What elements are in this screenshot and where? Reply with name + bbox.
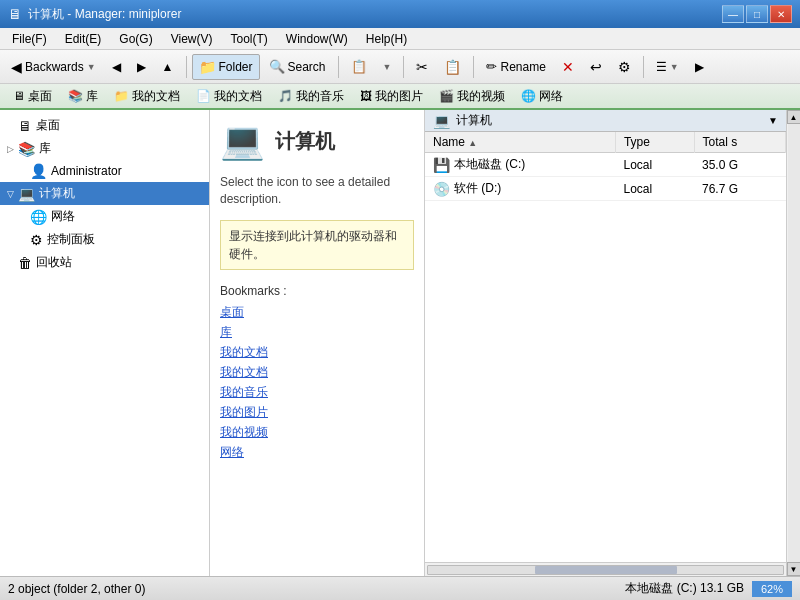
maximize-button[interactable]: □ [746, 5, 768, 23]
content-bookmark-desktop[interactable]: 桌面 [220, 304, 414, 321]
bookmark-myvideo[interactable]: 🎬 我的视频 [432, 85, 512, 108]
library-tree-icon: 📚 [18, 141, 35, 157]
recycle-tree-icon: 🗑 [18, 255, 32, 271]
sidebar-item-computer[interactable]: ▽ 💻 计算机 [0, 182, 209, 205]
bookmark-library[interactable]: 📚 库 [61, 85, 105, 108]
paste-button[interactable]: 📋 [437, 54, 468, 80]
up-arrow-icon: ▲ [162, 60, 174, 74]
content-bookmark-network[interactable]: 网络 [220, 444, 414, 461]
expand-computer-icon: ▽ [4, 189, 16, 199]
bookmark-mydocs2-label: 我的文档 [214, 88, 262, 105]
status-drive-info: 本地磁盘 (C:) 13.1 GB 62% [625, 580, 792, 597]
horizontal-scrollbar[interactable] [425, 562, 786, 576]
bookmark-mypics[interactable]: 🖼 我的图片 [353, 85, 430, 108]
menu-help[interactable]: Help(H) [358, 30, 415, 48]
backwards-button[interactable]: ◀ Backwards ▼ [4, 54, 103, 80]
path-dropdown-button[interactable]: ▼ [376, 54, 399, 80]
admin-tree-icon: 👤 [30, 163, 47, 179]
toolbar-sep-5 [643, 56, 644, 78]
content-bookmark-myvideo[interactable]: 我的视频 [220, 424, 414, 441]
search-button[interactable]: 🔍 Search [262, 54, 333, 80]
desktop-bookmark-icon: 🖥 [13, 89, 25, 103]
horizontal-scroll-track[interactable] [427, 565, 784, 575]
col-size[interactable]: Total s [694, 132, 785, 153]
view-options-dropdown-icon: ▼ [670, 62, 679, 72]
bookmark-library-label: 库 [86, 88, 98, 105]
bookmarks-bar: 🖥 桌面 📚 库 📁 我的文档 📄 我的文档 🎵 我的音乐 🖼 我的图片 🎬 我… [0, 84, 800, 110]
location-path: 计算机 [456, 112, 492, 129]
menu-view[interactable]: View(V) [163, 30, 221, 48]
vscroll-down-button[interactable]: ▼ [787, 562, 801, 576]
bookmark-network[interactable]: 🌐 网络 [514, 85, 570, 108]
bookmark-desktop[interactable]: 🖥 桌面 [6, 85, 59, 108]
content-bookmark-mypics[interactable]: 我的图片 [220, 404, 414, 421]
sidebar-item-administrator[interactable]: 👤 Administrator [0, 160, 209, 182]
rename-button[interactable]: ✏ Rename [479, 54, 552, 80]
left-arrow-icon: ◀ [112, 60, 121, 74]
col-type-label: Type [624, 135, 650, 149]
file-icon: 💾 [433, 157, 450, 173]
file-list-area[interactable]: Name ▲ Type Total s [425, 132, 786, 562]
copy-button[interactable]: ✂ [409, 54, 435, 80]
properties-button[interactable]: ⚙ [611, 54, 638, 80]
view-options-button[interactable]: ☰ ▼ [649, 54, 686, 80]
address-button[interactable]: 📋 [344, 54, 374, 80]
vertical-scrollbar[interactable]: ▲ ▼ [786, 110, 800, 576]
more-options-button[interactable]: ▶ [688, 54, 711, 80]
sidebar-item-desktop[interactable]: 🖥 桌面 [0, 114, 209, 137]
nav-right-button[interactable]: ▶ [130, 54, 153, 80]
content-bookmark-library[interactable]: 库 [220, 324, 414, 341]
rename-label: Rename [500, 60, 545, 74]
info-description-box-text: 显示连接到此计算机的驱动器和硬件。 [229, 229, 397, 261]
menu-go[interactable]: Go(G) [111, 30, 160, 48]
close-button[interactable]: ✕ [770, 5, 792, 23]
info-header: 💻 计算机 [220, 120, 414, 162]
bookmark-mymusic[interactable]: 🎵 我的音乐 [271, 85, 351, 108]
bookmark-mydocs2[interactable]: 📄 我的文档 [189, 85, 269, 108]
folder-button[interactable]: 📁 Folder [192, 54, 260, 80]
status-progress: 62% [752, 581, 792, 597]
title-controls: — □ ✕ [722, 5, 792, 23]
nav-up-button[interactable]: ▲ [155, 54, 181, 80]
menu-file[interactable]: File(F) [4, 30, 55, 48]
desktop-tree-label: 桌面 [36, 117, 60, 134]
col-name[interactable]: Name ▲ [425, 132, 615, 153]
properties-icon: ⚙ [618, 59, 631, 75]
bookmark-mypics-label: 我的图片 [375, 88, 423, 105]
menu-window[interactable]: Window(W) [278, 30, 356, 48]
content-bookmark-mymusic[interactable]: 我的音乐 [220, 384, 414, 401]
copy-icon: ✂ [416, 59, 428, 75]
delete-button[interactable]: ✕ [555, 54, 581, 80]
menu-tool[interactable]: Tool(T) [223, 30, 276, 48]
sidebar-item-library[interactable]: ▷ 📚 库 [0, 137, 209, 160]
content-panel: 💻 计算机 Select the icon to see a detailed … [210, 110, 800, 576]
col-type[interactable]: Type [615, 132, 694, 153]
menu-edit[interactable]: Edit(E) [57, 30, 110, 48]
bookmark-myvideo-label: 我的视频 [457, 88, 505, 105]
bookmark-mydocs[interactable]: 📁 我的文档 [107, 85, 187, 108]
file-size-cell: 35.0 G [694, 153, 785, 177]
nav-left-button[interactable]: ◀ [105, 54, 128, 80]
sidebar-item-controlpanel[interactable]: ⚙ 控制面板 [0, 228, 209, 251]
col-size-label: Total s [703, 135, 738, 149]
right-panel: 💻 计算机 ▼ Name ▲ [425, 110, 786, 576]
info-description: Select the icon to see a detailed descri… [220, 174, 414, 208]
network-bookmark-icon: 🌐 [521, 89, 536, 103]
sidebar-item-recycle[interactable]: 🗑 回收站 [0, 251, 209, 274]
title-text: 计算机 - Manager: miniplorer [28, 6, 181, 23]
file-list-header-bar: 💻 计算机 ▼ [425, 110, 786, 132]
content-bookmark-mydocs[interactable]: 我的文档 [220, 344, 414, 361]
sidebar-item-network[interactable]: 🌐 网络 [0, 205, 209, 228]
vscroll-up-button[interactable]: ▲ [787, 110, 801, 124]
address-icon: 📋 [351, 59, 367, 74]
file-table-body: 💾本地磁盘 (C:)Local35.0 G💿软件 (D:)Local76.7 G [425, 153, 786, 201]
content-bookmark-mydocs2[interactable]: 我的文档 [220, 364, 414, 381]
table-row[interactable]: 💾本地磁盘 (C:)Local35.0 G [425, 153, 786, 177]
folder-label: Folder [219, 60, 253, 74]
horizontal-scroll-thumb[interactable] [535, 566, 677, 574]
search-icon: 🔍 [269, 59, 285, 74]
table-row[interactable]: 💿软件 (D:)Local76.7 G [425, 177, 786, 201]
path-dropdown-icon: ▼ [383, 62, 392, 72]
minimize-button[interactable]: — [722, 5, 744, 23]
undo-button[interactable]: ↩ [583, 54, 609, 80]
